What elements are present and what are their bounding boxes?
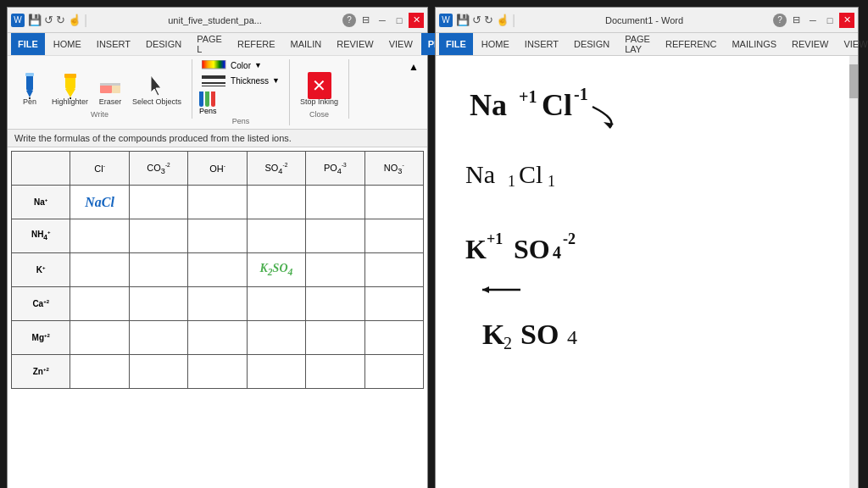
pen-button[interactable]: Pen <box>14 72 45 108</box>
eraser-icon <box>98 74 122 97</box>
restore-button-right[interactable]: ⊟ <box>788 13 804 28</box>
stop-inking-button[interactable]: ✕ Stop Inking <box>297 72 342 108</box>
help-button-left[interactable]: ? <box>342 14 356 27</box>
close-button-right[interactable]: ✕ <box>839 13 854 28</box>
tab-insert-left[interactable]: INSERT <box>90 33 137 55</box>
tab-review-left[interactable]: REVIEW <box>330 33 380 55</box>
tab-pagelay-right[interactable]: PAGE LAY <box>618 33 657 55</box>
cell-mg-co3 <box>129 321 187 355</box>
tab-view-right[interactable]: VIEW <box>837 33 868 55</box>
svg-rect-13 <box>202 75 225 79</box>
hw-svg3: K +1 SO 4 -2 <box>461 220 665 271</box>
eraser-button[interactable]: Eraser <box>95 72 125 108</box>
pens-dropdown-button[interactable]: Pens <box>199 92 217 115</box>
tab-home-right[interactable]: HOME <box>475 33 516 55</box>
thickness-dropdown[interactable]: Thickness ▼ <box>199 74 282 87</box>
nacl-text: NaCl <box>85 195 114 209</box>
tab-refere-left[interactable]: REFERE <box>231 33 282 55</box>
save-icon[interactable]: 💾 <box>28 14 42 26</box>
cell-k-co3 <box>129 253 187 287</box>
tab-pagel-left[interactable]: PAGE L <box>190 33 229 55</box>
tab-file-right[interactable]: FILE <box>439 33 473 55</box>
row-header-mg: Mg+2 <box>12 321 70 355</box>
save-icon-right[interactable]: 💾 <box>456 14 470 26</box>
help-button-right[interactable]: ? <box>773 14 787 27</box>
cell-zn-cl <box>70 355 129 389</box>
svg-text:Cl: Cl <box>519 160 542 188</box>
left-window: W 💾 ↺ ↻ ☝ | unit_five_student_pa... ? ⊟ … <box>7 7 428 488</box>
redo-icon[interactable]: ↻ <box>56 14 65 26</box>
quick-access-right: 💾 ↺ ↻ ☝ | <box>456 13 515 28</box>
tab-design-right[interactable]: DESIGN <box>567 33 616 55</box>
tab-mailings-right[interactable]: MAILINGS <box>725 33 783 55</box>
svg-text:K: K <box>482 319 505 350</box>
svg-text:Na: Na <box>470 88 507 122</box>
close-button-left[interactable]: ✕ <box>409 13 424 28</box>
touch-icon[interactable]: ☝ <box>68 14 81 26</box>
svg-text:+1: +1 <box>487 230 503 247</box>
highlighter-button[interactable]: Highlighter <box>48 72 92 108</box>
tab-review-right[interactable]: REVIEW <box>785 33 835 55</box>
svg-text:+1: +1 <box>519 87 537 106</box>
maximize-button-left[interactable]: □ <box>392 13 407 28</box>
hw-svg2: Na 1 Cl 1 <box>461 151 597 193</box>
tab-mailin-left[interactable]: MAILIN <box>284 33 329 55</box>
cell-zn-oh <box>188 355 247 389</box>
hw-equation3: K +1 SO 4 -2 <box>461 220 832 274</box>
minimize-button-left[interactable]: ─ <box>375 13 390 28</box>
restore-button-left[interactable]: ⊟ <box>358 13 373 28</box>
cell-k-no3 <box>364 253 423 287</box>
right-app-icon: W <box>439 14 453 27</box>
eraser-label: Eraser <box>99 97 122 107</box>
right-doc-area: Na +1 Cl -1 Na 1 Cl 1 <box>436 56 858 488</box>
cell-nh4-co3 <box>129 219 187 253</box>
color-dropdown[interactable]: Color ▼ <box>199 59 282 71</box>
undo-icon-right[interactable]: ↺ <box>472 14 481 26</box>
pen-label: Pen <box>23 97 36 107</box>
cell-mg-oh <box>188 321 247 355</box>
header-so4: SO4-2 <box>247 152 305 186</box>
tab-insert-right[interactable]: INSERT <box>518 33 565 55</box>
cell-mg-no3 <box>364 321 423 355</box>
left-window-title: unit_five_student_pa... <box>91 15 339 25</box>
tab-referenc-right[interactable]: REFERENC <box>659 33 724 55</box>
ribbon-collapse-button[interactable]: ▲ <box>407 59 420 75</box>
tab-design-left[interactable]: DESIGN <box>139 33 188 55</box>
stop-icon: ✕ <box>308 74 331 97</box>
ribbon-tabs-right: FILE HOME INSERT DESIGN PAGE LAY REFEREN… <box>436 33 858 55</box>
cell-mg-po4 <box>306 321 364 355</box>
row-header-ca: Ca+2 <box>12 287 70 321</box>
color-label: Color <box>231 61 251 70</box>
redo-icon-right[interactable]: ↻ <box>484 14 493 26</box>
tab-file-left[interactable]: FILE <box>11 33 45 55</box>
stop-label: Stop Inking <box>300 97 338 107</box>
left-title-controls: ? ⊟ ─ □ ✕ <box>342 13 424 28</box>
hw-arrow-left <box>461 278 832 305</box>
quick-access-left: 💾 ↺ ↻ ☝ | <box>28 13 87 28</box>
cell-na-cl: NaCl <box>70 186 129 219</box>
svg-text:SO: SO <box>514 234 550 264</box>
ribbon-content-left: Pen Highlighter <box>8 55 427 129</box>
tab-home-left[interactable]: HOME <box>47 33 88 55</box>
cell-zn-po4 <box>306 355 364 389</box>
cell-k-oh <box>188 253 247 287</box>
undo-icon[interactable]: ↺ <box>44 14 53 26</box>
hw-arrow-svg <box>474 278 525 302</box>
cell-nh4-po4 <box>306 219 364 253</box>
hw-equation1: Na +1 Cl -1 <box>461 73 832 144</box>
touch-icon-right[interactable]: ☝ <box>496 14 509 26</box>
hw-content: Na +1 Cl -1 Na 1 Cl 1 <box>436 56 858 488</box>
pens-label: Pens <box>199 107 217 115</box>
select-objects-button[interactable]: Select Objects <box>129 72 185 108</box>
table-row: Na+ NaCl <box>12 186 424 219</box>
cell-zn-co3 <box>129 355 187 389</box>
tab-view-left[interactable]: VIEW <box>382 33 420 55</box>
cell-ca-so4 <box>247 287 305 321</box>
maximize-button-right[interactable]: □ <box>822 13 837 28</box>
cell-na-so4 <box>247 186 305 219</box>
cell-nh4-no3 <box>364 219 423 253</box>
write-group-label: Write <box>91 110 108 119</box>
minimize-button-right[interactable]: ─ <box>805 13 821 28</box>
thickness-label: Thickness <box>231 76 269 86</box>
cell-zn-no3 <box>364 355 423 389</box>
